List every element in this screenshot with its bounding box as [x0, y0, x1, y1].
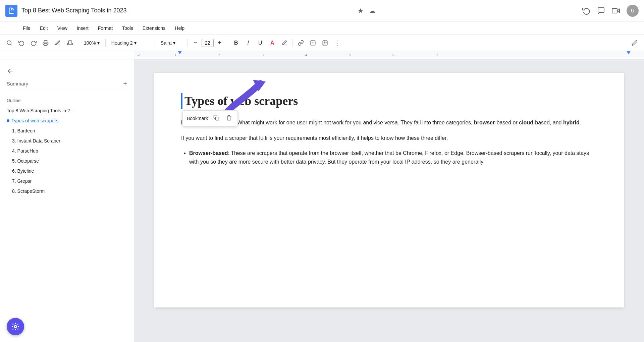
font-size-input[interactable]: 22 — [202, 39, 214, 47]
bold-button[interactable]: B — [231, 38, 241, 48]
outline-item-label: 6. Byteline — [12, 168, 34, 174]
bullet-item-browser: Browser-based: These are scrapers that o… — [189, 149, 597, 166]
outline-item-parsehub[interactable]: 4. ParseHub — [0, 146, 134, 156]
google-docs-icon — [5, 5, 17, 17]
paragraph-1: ize-fits-all web scraper. What might wor… — [181, 118, 597, 127]
highlight-button[interactable] — [279, 38, 290, 48]
outline-item-label: 1. Bardeen — [12, 128, 35, 133]
summary-label: Summary — [7, 81, 28, 87]
svg-line-3 — [10, 44, 11, 45]
docs-menu-icon — [5, 23, 15, 33]
bullet-label: Browser-based — [189, 150, 228, 156]
video-call-icon[interactable] — [612, 7, 620, 15]
outline-item-label: 4. ParseHub — [12, 148, 38, 154]
document-page[interactable]: Types of web scrapers Bookmark — [154, 73, 624, 307]
svg-marker-11 — [253, 80, 266, 92]
menu-tools[interactable]: Tools — [118, 23, 137, 33]
document-area[interactable]: Types of web scrapers Bookmark — [134, 59, 644, 342]
outline-item-bardeen[interactable]: 1. Bardeen — [0, 126, 134, 136]
font-family-dropdown[interactable]: Saira ▾ — [158, 39, 184, 47]
toolbar-sep-2 — [105, 39, 106, 47]
toolbar-sep-6 — [292, 39, 293, 47]
outline-item-label: Types of web scrapers — [11, 118, 58, 123]
cloud-sync-icon[interactable]: ☁ — [369, 7, 376, 15]
user-avatar[interactable]: U — [627, 5, 639, 17]
outline-item-byteline[interactable]: 6. Byteline — [0, 166, 134, 176]
document-body[interactable]: ize-fits-all web scraper. What might wor… — [181, 118, 597, 166]
increase-font-button[interactable]: + — [214, 38, 225, 48]
bookmark-popup: Bookmark — [182, 110, 238, 126]
menu-extensions[interactable]: Extensions — [139, 23, 169, 33]
menu-help[interactable]: Help — [171, 23, 189, 33]
title-icons-group: ★ ☁ U — [358, 5, 639, 17]
search-button[interactable] — [4, 38, 15, 48]
print-button[interactable] — [40, 38, 51, 48]
underline-button[interactable]: U — [255, 38, 266, 48]
comment-button[interactable] — [308, 38, 318, 48]
font-chevron-icon: ▾ — [173, 40, 175, 46]
paint-format-button[interactable] — [64, 38, 75, 48]
outline-item-octoparse[interactable]: 5. Octoparse — [0, 156, 134, 166]
style-chevron-icon: ▾ — [134, 40, 137, 46]
outline-item-top[interactable]: Top 8 Web Scraping Tools in 2... — [0, 106, 134, 116]
outline-items: Top 8 Web Scraping Tools in 2... Types o… — [0, 104, 134, 197]
para1-text3: -based, and — [533, 120, 563, 125]
zoom-dropdown[interactable]: 100% ▾ — [81, 39, 103, 47]
outline-item-label: 3. Instant Data Scraper — [12, 138, 60, 144]
decrease-font-button[interactable]: − — [190, 38, 201, 48]
sidebar: Summary + Outline Top 8 Web Scraping Too… — [0, 59, 134, 342]
botpress-button[interactable] — [7, 318, 24, 335]
menu-view[interactable]: View — [53, 23, 71, 33]
outline-item-label: Top 8 Web Scraping Tools in 2... — [7, 108, 74, 113]
outline-item-grepsr[interactable]: 7. Grepsr — [0, 176, 134, 186]
image-button[interactable] — [320, 38, 330, 48]
outline-item-scrapestorm[interactable]: 8. ScrapeStorm — [0, 186, 134, 196]
outline-item-label: 7. Grepsr — [12, 178, 32, 184]
svg-marker-0 — [617, 9, 620, 12]
heading-text: Types of web scrapers — [184, 94, 298, 108]
menu-format[interactable]: Format — [94, 23, 117, 33]
star-icon[interactable]: ★ — [358, 7, 364, 15]
more-options-button[interactable]: ⋮ — [332, 38, 342, 48]
outline-item-types[interactable]: Types of web scrapers — [0, 116, 134, 126]
history-icon[interactable] — [582, 7, 590, 15]
para1-browser: browser — [474, 120, 495, 125]
para1-hybrid: hybrid — [563, 120, 580, 125]
sidebar-summary-section: Summary + — [0, 77, 134, 88]
link-button[interactable] — [296, 38, 306, 48]
redo-button[interactable] — [28, 38, 39, 48]
comments-icon[interactable] — [597, 7, 605, 15]
document-title[interactable]: Top 8 Best Web Scraping Tools in 2023 — [21, 7, 354, 14]
bullet-list: Browser-based: These are scrapers that o… — [189, 149, 597, 166]
italic-button[interactable]: I — [243, 38, 254, 48]
toolbar-sep-5 — [228, 39, 228, 47]
sidebar-back-button[interactable] — [0, 65, 134, 77]
svg-line-21 — [13, 329, 13, 329]
menu-file[interactable]: File — [19, 23, 35, 33]
menu-bar: File Edit View Insert Format Tools Exten… — [0, 21, 644, 35]
outline-item-instant-scraper[interactable]: 3. Instant Data Scraper — [0, 136, 134, 146]
heading-style-dropdown[interactable]: Heading 2 ▾ — [108, 39, 152, 47]
undo-button[interactable] — [16, 38, 27, 48]
edit-pencil-button[interactable] — [629, 38, 640, 48]
para1-cloud: cloud — [519, 120, 533, 125]
heading-style-value: Heading 2 — [111, 40, 133, 46]
para1-text2: -based or — [495, 120, 519, 125]
svg-point-13 — [14, 326, 17, 328]
bookmark-delete-button[interactable] — [225, 113, 233, 123]
spell-check-button[interactable] — [52, 38, 63, 48]
toolbar-sep-3 — [155, 39, 155, 47]
outline-item-label: 8. ScrapeStorm — [12, 188, 45, 194]
toolbar-sep-4 — [187, 39, 187, 47]
menu-edit[interactable]: Edit — [36, 23, 52, 33]
svg-line-20 — [17, 324, 18, 325]
paragraph-2: If you want to find a scraper that fulfi… — [181, 134, 597, 142]
outline-label: Outline — [0, 94, 134, 104]
para1-end: . — [580, 120, 581, 125]
menu-insert[interactable]: Insert — [73, 23, 93, 33]
zoom-value: 100% — [84, 40, 96, 46]
bookmark-copy-button[interactable] — [212, 113, 221, 123]
document-heading[interactable]: Types of web scrapers — [181, 93, 597, 109]
text-color-button[interactable]: A — [267, 38, 278, 48]
add-summary-button[interactable]: + — [123, 80, 127, 87]
